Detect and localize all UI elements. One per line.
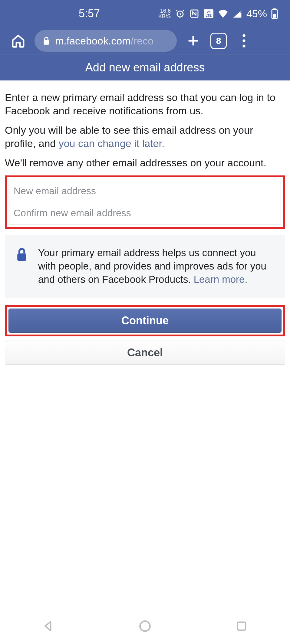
svg-point-10 [242,34,245,37]
intro-text: Enter a new primary email address so tha… [5,91,285,117]
svg-rect-8 [273,14,276,18]
page-title: Add new email address [0,54,290,80]
svg-rect-7 [273,8,276,10]
cellular-signal-icon: x [232,9,242,18]
learn-more-link[interactable]: Learn more. [194,274,248,285]
confirm-email-input[interactable] [9,202,281,224]
nav-back-button[interactable] [38,616,59,637]
tabs-button[interactable]: 8 [209,32,228,50]
svg-text:LTE: LTE [206,14,212,17]
email-input-group [5,175,285,229]
lock-icon [42,36,50,45]
svg-point-11 [242,39,245,42]
wifi-icon [218,9,228,18]
battery-percent: 45% [246,8,267,20]
svg-rect-15 [238,622,246,630]
alarm-icon [175,8,185,19]
android-status-bar: 5:57 16.6 KB/S VoLTE x 45% [0,0,290,27]
volte-icon: VoLTE [203,9,214,18]
url-text: m.facebook.com/reco [55,35,153,47]
info-text: Your primary email address helps us conn… [38,246,274,286]
new-tab-button[interactable] [184,32,202,50]
browser-toolbar: m.facebook.com/reco 8 [0,27,290,54]
visibility-text: Only you will be able to see this email … [5,123,285,150]
cancel-button[interactable]: Cancel [5,341,285,365]
info-box: Your primary email address helps us conn… [5,235,285,298]
svg-text:x: x [240,9,242,14]
browser-home-button[interactable] [9,32,27,50]
svg-text:Vo: Vo [206,10,211,14]
continue-highlight: Continue [5,305,285,336]
svg-rect-9 [44,40,49,45]
removal-note: We'll remove any other email addresses o… [5,156,285,169]
svg-point-14 [140,621,150,631]
lock-icon [16,247,28,286]
android-nav-bar [0,608,290,644]
svg-rect-13 [17,253,26,261]
network-speed: 16.6 KB/S [158,8,171,19]
battery-icon [271,8,278,19]
status-time: 5:57 [79,7,100,20]
svg-point-12 [242,45,245,47]
nav-home-button[interactable] [134,616,156,637]
nfc-icon [189,9,199,18]
change-later-link[interactable]: you can change it later. [59,138,165,149]
page-content: Enter a new primary email address so tha… [0,80,290,365]
url-bar[interactable]: m.facebook.com/reco [35,30,177,52]
nav-recents-button[interactable] [231,616,252,637]
new-email-input[interactable] [9,180,281,202]
browser-menu-button[interactable] [235,32,253,50]
continue-button[interactable]: Continue [8,309,282,333]
